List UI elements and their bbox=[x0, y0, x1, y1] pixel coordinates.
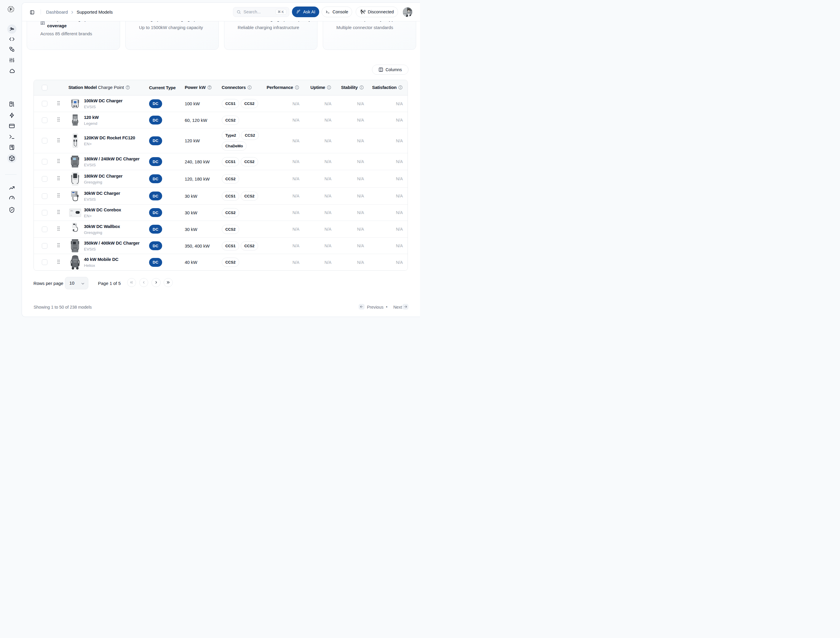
svg-text:heliox: heliox bbox=[74, 261, 77, 263]
svg-text:EN+: EN+ bbox=[71, 210, 73, 212]
